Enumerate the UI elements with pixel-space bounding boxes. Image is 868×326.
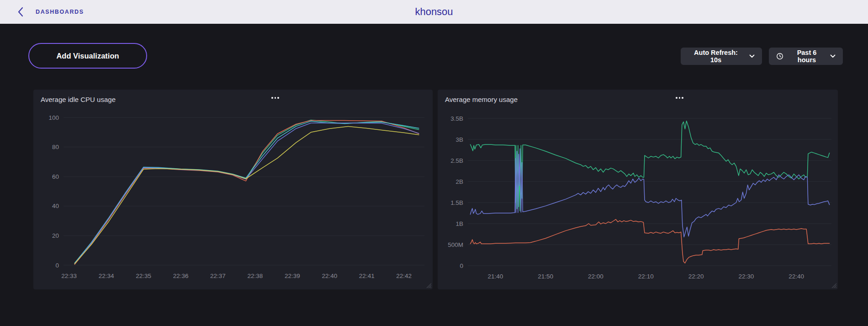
y-tick-label: 80 [52, 144, 59, 150]
x-tick-label: 22:20 [688, 273, 704, 280]
panel-resize-handle[interactable] [425, 282, 431, 288]
y-tick-label: 2.5B [450, 157, 463, 164]
chevron-down-icon [830, 54, 836, 58]
x-tick-label: 22:10 [638, 273, 654, 280]
y-tick-label: 500M [448, 241, 463, 248]
x-tick-label: 22:42 [396, 273, 412, 279]
x-tick-label: 22:00 [588, 273, 603, 280]
memory-usage-chart[interactable]: 3.5B3B2.5B2B1.5B1B500M021:4021:5022:0022… [438, 106, 838, 289]
clock-icon [776, 53, 783, 60]
x-tick-label: 22:33 [61, 273, 77, 279]
x-tick-label: 22:36 [173, 273, 189, 279]
x-tick-label: 22:38 [248, 273, 263, 279]
panel-menu-button[interactable] [676, 94, 683, 102]
ellipsis-icon [277, 97, 279, 99]
x-tick-label: 22:39 [285, 273, 300, 279]
y-tick-label: 20 [52, 232, 59, 239]
y-tick-label: 0 [460, 262, 463, 269]
auto-refresh-dropdown[interactable]: Auto Refresh: 10s [681, 48, 762, 65]
x-tick-label: 22:30 [738, 273, 754, 280]
ellipsis-icon [676, 97, 677, 99]
time-range-label: Past 6 hours [788, 49, 826, 64]
ellipsis-icon [682, 97, 683, 99]
x-tick-label: 22:37 [210, 273, 226, 279]
x-tick-label: 22:40 [789, 273, 804, 280]
y-tick-label: 1B [455, 220, 463, 227]
x-tick-label: 22:35 [136, 273, 151, 279]
ellipsis-icon [679, 97, 681, 99]
y-tick-label: 40 [52, 203, 59, 209]
series-line-mem-green [471, 121, 830, 211]
y-tick-label: 100 [48, 114, 59, 121]
y-tick-label: 2B [455, 178, 463, 185]
app-header: DASHBOARDS khonsou [0, 0, 868, 24]
y-tick-label: 0 [55, 262, 59, 269]
x-tick-label: 21:40 [487, 273, 503, 280]
y-tick-label: 3.5B [450, 115, 463, 122]
time-range-dropdown[interactable]: Past 6 hours [769, 48, 843, 65]
x-tick-label: 22:40 [322, 273, 337, 279]
chevron-down-icon [749, 54, 755, 58]
ellipsis-icon [271, 97, 273, 99]
panel-resize-handle[interactable] [831, 282, 836, 288]
series-line-mem-red [471, 219, 830, 263]
y-tick-label: 1.5B [450, 199, 463, 206]
ellipsis-icon [275, 97, 276, 99]
panel-average-idle-cpu-usage: Average idle CPU usage 02040608010022:33… [33, 90, 433, 289]
x-tick-label: 21:50 [538, 273, 553, 280]
auto-refresh-label: Auto Refresh: 10s [688, 49, 744, 64]
panel-title: Average memory usage [445, 96, 518, 103]
panel-menu-button[interactable] [271, 94, 279, 102]
x-tick-label: 22:41 [359, 273, 375, 279]
add-visualization-button[interactable]: Add Visualization [28, 43, 147, 69]
panel-title: Average idle CPU usage [41, 96, 116, 103]
panel-average-memory-usage: Average memory usage 3.5B3B2.5B2B1.5B1B5… [438, 90, 838, 289]
page-title: khonsou [0, 0, 868, 24]
cpu-usage-chart[interactable]: 02040608010022:3322:3422:3522:3622:3722:… [33, 106, 433, 289]
x-tick-label: 22:34 [99, 273, 114, 279]
y-tick-label: 60 [52, 173, 59, 180]
y-tick-label: 3B [455, 136, 463, 143]
